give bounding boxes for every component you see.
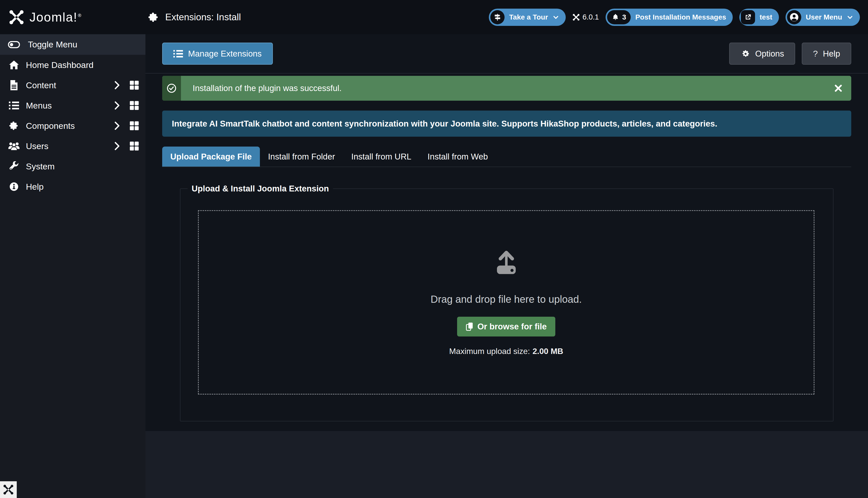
question-mark-icon: ? <box>813 49 818 58</box>
users-icon <box>8 142 20 150</box>
sidebar-item-label: Users <box>26 141 49 151</box>
upload-legend: Upload & Install Joomla Extension <box>188 184 333 194</box>
puzzle-icon <box>148 12 159 23</box>
sidebar-item-label: Help <box>26 182 44 192</box>
puzzle-icon <box>8 121 20 131</box>
bell-icon <box>612 13 619 21</box>
user-menu-button[interactable]: User Menu <box>786 9 860 26</box>
take-a-tour-label: Take a Tour <box>509 13 548 21</box>
messages-count: 3 <box>622 13 626 21</box>
take-a-tour-button[interactable]: Take a Tour <box>489 9 566 26</box>
content-region: Installation of the plugin was successfu… <box>145 76 868 421</box>
help-button[interactable]: ? Help <box>802 43 851 65</box>
joomla-logo-icon <box>8 9 25 26</box>
user-menu-label: User Menu <box>806 13 842 21</box>
manage-extensions-button[interactable]: Manage Extensions <box>162 43 273 65</box>
file-dropzone[interactable]: Drag and drop file here to upload. Or br… <box>198 210 815 395</box>
copy-icon <box>466 322 473 331</box>
drag-drop-text: Drag and drop file here to upload. <box>431 293 582 305</box>
wrench-icon <box>8 161 20 171</box>
sidebar: Toggle Menu Home Dashboard Content <box>0 34 145 498</box>
messages-badge: 3 <box>607 10 631 24</box>
gear-icon <box>740 49 750 58</box>
post-installation-messages-label: Post Installation Messages <box>635 13 726 21</box>
joomla-version-icon <box>572 13 580 21</box>
alert-message: Installation of the plugin was successfu… <box>193 83 342 93</box>
toolbar: Manage Extensions Options ? Help <box>145 34 868 74</box>
help-label: Help <box>823 49 840 58</box>
sidebar-item-label: Components <box>26 121 75 131</box>
browse-for-file-button[interactable]: Or browse for file <box>457 317 555 337</box>
tab-upload-package-file[interactable]: Upload Package File <box>162 146 260 167</box>
chevron-down-icon <box>552 14 559 21</box>
user-circle-icon <box>787 10 801 24</box>
tab-install-from-web[interactable]: Install from Web <box>420 146 496 167</box>
sidebar-item-label: Home Dashboard <box>26 60 93 70</box>
options-button[interactable]: Options <box>729 43 795 65</box>
sidebar-item-help[interactable]: Help <box>0 176 145 197</box>
brand-text: Joomla!® <box>29 10 82 25</box>
list-icon <box>173 50 183 58</box>
chevron-right-icon[interactable] <box>114 81 121 90</box>
signpost-icon <box>490 10 505 24</box>
upload-icon <box>492 249 521 276</box>
page-title: Extensions: Install <box>165 12 241 23</box>
max-upload-size: Maximum upload size:2.00 MB <box>449 346 563 356</box>
success-alert: Installation of the plugin was successfu… <box>162 76 851 101</box>
joomla-footer-logo[interactable] <box>0 481 17 498</box>
page-heading: Extensions: Install <box>148 5 241 29</box>
manage-extensions-label: Manage Extensions <box>188 49 262 58</box>
options-label: Options <box>755 49 784 58</box>
info-circle-icon <box>8 182 20 192</box>
sidebar-item-system[interactable]: System <box>0 156 145 176</box>
dashboard-grid-icon[interactable] <box>129 80 139 90</box>
alert-icon-strip <box>162 76 181 101</box>
preview-site-button[interactable]: test <box>739 9 779 26</box>
chevron-right-icon[interactable] <box>114 142 121 150</box>
file-icon <box>8 80 20 90</box>
preview-site-label: test <box>760 13 772 21</box>
dashboard-grid-icon[interactable] <box>129 141 139 151</box>
dashboard-grid-icon[interactable] <box>129 121 139 131</box>
sidebar-item-home-dashboard[interactable]: Home Dashboard <box>0 55 145 75</box>
sidebar-item-content[interactable]: Content <box>0 75 145 95</box>
toggle-menu-label: Toggle Menu <box>28 40 77 50</box>
sidebar-nav: Home Dashboard Content <box>0 55 145 197</box>
upload-fieldset: Upload & Install Joomla Extension Drag a… <box>180 184 833 421</box>
dashboard-grid-icon[interactable] <box>129 101 139 110</box>
chevron-right-icon[interactable] <box>114 101 121 110</box>
check-circle-icon <box>166 83 177 93</box>
chevron-down-icon <box>847 14 853 21</box>
main-area: Manage Extensions Options ? Help <box>145 34 868 498</box>
sidebar-item-components[interactable]: Components <box>0 116 145 136</box>
sidebar-item-label: Menus <box>26 101 52 110</box>
external-link-icon <box>741 10 755 24</box>
extension-message-text: Integrate AI SmartTalk chatbot and conte… <box>172 119 717 129</box>
tab-install-from-url[interactable]: Install from URL <box>343 146 420 167</box>
component-panel: Manage Extensions Options ? Help <box>145 34 868 431</box>
browse-for-file-label: Or browse for file <box>477 322 547 331</box>
home-icon <box>8 60 20 70</box>
toggle-menu-button[interactable]: Toggle Menu <box>0 34 145 55</box>
joomla-brand: Joomla!® <box>0 9 145 26</box>
topbar-actions: Take a Tour 6.0.1 <box>489 9 860 26</box>
install-tabs: Upload Package File Install from Folder … <box>162 146 851 167</box>
toggle-icon <box>8 41 20 49</box>
tab-content: Upload & Install Joomla Extension Drag a… <box>162 184 851 421</box>
top-bar: Joomla!® Extensions: Install Take a Tour <box>0 0 868 34</box>
close-icon[interactable] <box>834 84 843 93</box>
sidebar-item-label: System <box>26 161 54 171</box>
joomla-version: 6.0.1 <box>572 13 599 21</box>
tab-install-from-folder[interactable]: Install from Folder <box>260 146 343 167</box>
sidebar-item-users[interactable]: Users <box>0 136 145 156</box>
chevron-right-icon[interactable] <box>114 121 121 130</box>
list-icon <box>8 101 20 110</box>
sidebar-item-label: Content <box>26 80 56 90</box>
sidebar-item-menus[interactable]: Menus <box>0 95 145 116</box>
extension-message-bar: Integrate AI SmartTalk chatbot and conte… <box>162 110 851 137</box>
version-text: 6.0.1 <box>583 13 599 21</box>
post-installation-messages-button[interactable]: 3 Post Installation Messages <box>605 9 733 26</box>
